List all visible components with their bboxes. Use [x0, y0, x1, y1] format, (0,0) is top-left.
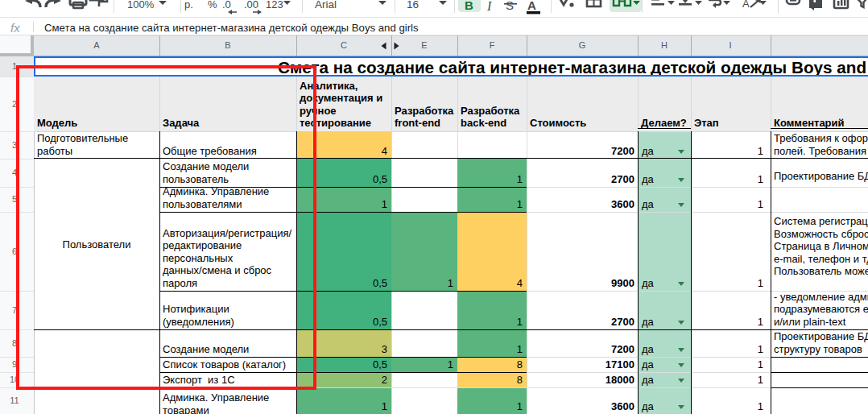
svg-text:A: A [742, 0, 750, 10]
svg-text:B: B [465, 0, 473, 12]
svg-text:S: S [506, 0, 514, 12]
svg-text:I: I [486, 0, 492, 13]
svg-text:A: A [527, 0, 536, 12]
